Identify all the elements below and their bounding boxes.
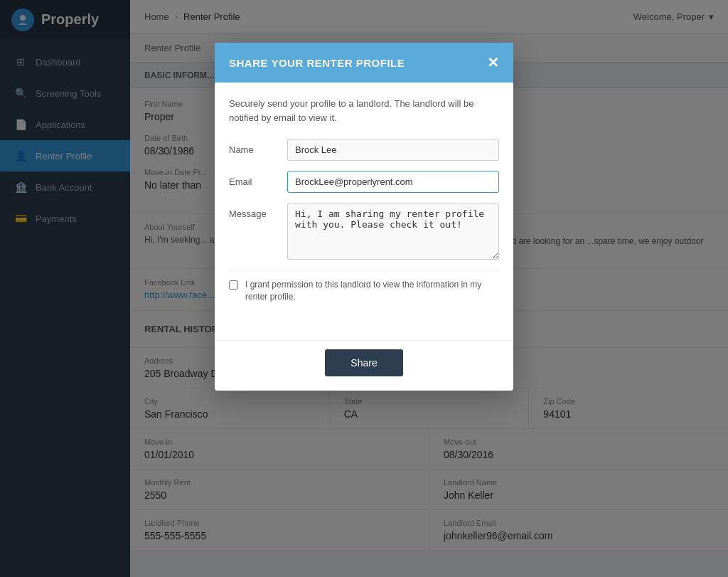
modal-permission-checkbox[interactable] bbox=[229, 280, 238, 290]
modal-permission-row: I grant permission to this landlord to v… bbox=[229, 270, 499, 312]
modal-description: Securely send your profile to a landlord… bbox=[229, 97, 499, 125]
modal-overlay: SHARE YOUR RENTER PROFILE ✕ Securely sen… bbox=[0, 0, 728, 577]
modal-title: SHARE YOUR RENTER PROFILE bbox=[229, 57, 405, 69]
modal-close-button[interactable]: ✕ bbox=[487, 55, 499, 70]
modal-email-label: Email bbox=[229, 171, 279, 187]
modal-message-row: Message Hi, I am sharing my renter profi… bbox=[229, 203, 499, 260]
modal-name-label: Name bbox=[229, 139, 279, 155]
modal-email-input[interactable] bbox=[287, 171, 499, 193]
share-button[interactable]: Share bbox=[325, 349, 402, 376]
modal-message-label: Message bbox=[229, 203, 279, 219]
modal-name-input[interactable] bbox=[287, 139, 499, 161]
modal-header: SHARE YOUR RENTER PROFILE ✕ bbox=[215, 43, 513, 83]
share-profile-modal: SHARE YOUR RENTER PROFILE ✕ Securely sen… bbox=[215, 43, 513, 391]
modal-message-textarea[interactable]: Hi, I am sharing my renter profile with … bbox=[287, 203, 499, 260]
modal-checkbox-label: I grant permission to this landlord to v… bbox=[245, 279, 499, 303]
modal-body: Securely send your profile to a landlord… bbox=[215, 83, 513, 340]
modal-email-row: Email bbox=[229, 171, 499, 193]
modal-footer: Share bbox=[215, 340, 513, 391]
modal-name-row: Name bbox=[229, 139, 499, 161]
